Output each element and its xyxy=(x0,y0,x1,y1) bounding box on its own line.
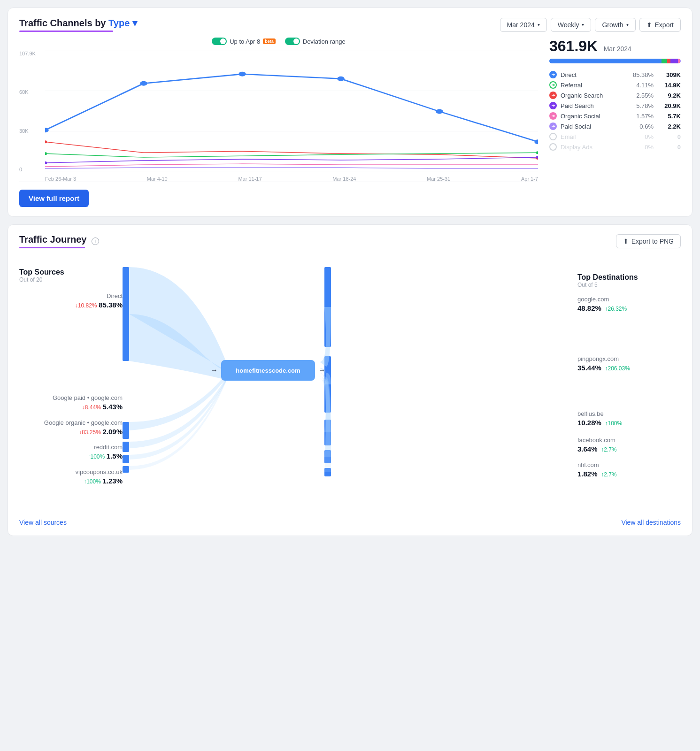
metric-chevron-icon: ▾ xyxy=(626,22,629,27)
svg-text:→: → xyxy=(210,366,218,374)
traffic-channels-card: Traffic Channels by Type ▾ Mar 2024 ▾ We… xyxy=(8,8,692,217)
chart-area: 107.9K 60K 30K 0 xyxy=(19,51,538,182)
svg-rect-13 xyxy=(123,422,129,439)
info-icon[interactable]: i xyxy=(92,238,99,245)
source-item-google-organic: Google organic • google.com ↓83.25% 2.09… xyxy=(19,419,123,437)
card-title: Traffic Channels by Type ▾ xyxy=(19,17,137,29)
metric-picker[interactable]: Growth ▾ xyxy=(595,18,635,32)
line-chart-svg xyxy=(45,51,538,172)
chart-left-panel: Up to Apr 8 beta Deviation range 107.9K … xyxy=(19,38,538,207)
total-period: Mar 2024 xyxy=(604,45,631,53)
referral-icon xyxy=(549,81,557,89)
sankey-area: homefitnesscode.com → → xyxy=(123,258,577,502)
sources-column: Top Sources Out of 20 Direct ↓10.82% 85.… xyxy=(19,268,123,491)
legend-upto: Up to Apr 8 beta xyxy=(212,38,276,45)
title-block: Traffic Channels by Type ▾ xyxy=(19,17,137,32)
source-item-direct: Direct ↓10.82% 85.38% xyxy=(19,292,123,310)
paid-social-icon xyxy=(549,123,557,130)
svg-point-9 xyxy=(536,151,538,154)
destinations-title: Top Destinations xyxy=(577,273,681,282)
channel-row-email: Email 0% 0 xyxy=(549,133,681,140)
journey-title-underline xyxy=(19,247,85,248)
source-item-vipcoupons: vipcoupons.co.uk ↑100% 1.23% xyxy=(19,468,123,486)
dest-item-belfius: belfius.be 10.28% ↑100% xyxy=(577,410,681,428)
channel-row-organic-search: Organic Search 2.55% 9.2K xyxy=(549,92,681,99)
chart-y-labels: 107.9K 60K 30K 0 xyxy=(19,51,45,172)
dest-item-nhl: nhl.com 1.82% ↑2.7% xyxy=(577,461,681,479)
svg-point-2 xyxy=(238,72,246,77)
svg-point-1 xyxy=(140,81,147,86)
svg-point-4 xyxy=(436,109,443,114)
destinations-column: Top Destinations Out of 5 google.com 48.… xyxy=(577,273,681,486)
view-full-report-button[interactable]: View full report xyxy=(19,190,89,207)
destinations-subtitle: Out of 5 xyxy=(577,282,681,288)
svg-rect-14 xyxy=(123,442,129,452)
color-bar xyxy=(549,59,681,63)
interval-chevron-icon: ▾ xyxy=(582,22,584,27)
svg-point-10 xyxy=(45,161,47,164)
title-underline xyxy=(19,31,113,32)
organic-social-icon xyxy=(549,112,557,120)
card-header: Traffic Channels by Type ▾ Mar 2024 ▾ We… xyxy=(19,17,681,32)
svg-rect-12 xyxy=(123,267,129,361)
channel-list: Direct 85.38% 309K Referral 4.11% 14.9K xyxy=(549,71,681,151)
chart-section: Up to Apr 8 beta Deviation range 107.9K … xyxy=(19,38,681,207)
traffic-journey-card: Traffic Journey i ⬆ Export to PNG Top So… xyxy=(8,224,692,536)
channel-row-display-ads: Display Ads 0% 0 xyxy=(549,143,681,151)
chart-x-labels: Feb 26-Mar 3 Mar 4-10 Mar 11-17 Mar 18-2… xyxy=(45,176,538,182)
source-item-reddit: reddit.com ↑100% 1.5% xyxy=(19,444,123,461)
svg-point-8 xyxy=(45,152,47,155)
date-chevron-icon: ▾ xyxy=(538,22,540,27)
organic-search-icon xyxy=(549,92,557,99)
sources-title: Top Sources xyxy=(19,268,123,276)
journey-footer: View all sources View all destinations xyxy=(19,507,681,526)
channel-row-paid-search: Paid Search 5.78% 20.9K xyxy=(549,102,681,109)
display-ads-icon xyxy=(549,143,557,151)
export-icon: ⬆ xyxy=(646,21,652,29)
dest-item-facebook: facebook.com 3.64% ↑2.7% xyxy=(577,437,681,454)
channel-row-paid-social: Paid Social 0.6% 2.2K xyxy=(549,123,681,130)
channel-row-organic-social: Organic Social 1.57% 5.7K xyxy=(549,112,681,120)
date-picker[interactable]: Mar 2024 ▾ xyxy=(500,18,547,32)
svg-rect-16 xyxy=(123,466,129,473)
svg-point-3 xyxy=(337,77,344,81)
view-all-sources-button[interactable]: View all sources xyxy=(19,519,67,526)
journey-header: Traffic Journey i ⬆ Export to PNG xyxy=(19,234,681,248)
total-value: 361.9K xyxy=(549,38,598,54)
channel-row-referral: Referral 4.11% 14.9K xyxy=(549,81,681,89)
export-png-icon: ⬆ xyxy=(623,238,629,245)
dest-item-google: google.com 48.82% ↑26.32% xyxy=(577,296,681,313)
paid-search-icon xyxy=(549,102,557,109)
svg-point-6 xyxy=(45,140,47,143)
svg-point-5 xyxy=(534,139,538,144)
legend-deviation: Deviation range xyxy=(285,38,346,45)
channel-row-direct: Direct 85.38% 309K xyxy=(549,71,681,78)
total-row: 361.9K Mar 2024 xyxy=(549,38,681,55)
interval-picker[interactable]: Weekly ▾ xyxy=(551,18,592,32)
direct-icon xyxy=(549,71,557,78)
view-all-destinations-button[interactable]: View all destinations xyxy=(621,519,681,526)
journey-title: Traffic Journey xyxy=(19,234,86,245)
toggle-deviation[interactable] xyxy=(285,38,300,45)
journey-title-block: Traffic Journey i xyxy=(19,234,99,248)
export-button[interactable]: ⬆ Export xyxy=(639,18,681,32)
chart-legend: Up to Apr 8 beta Deviation range xyxy=(19,38,538,45)
chart-right-panel: 361.9K Mar 2024 Direct 85.38% 309K xyxy=(549,38,681,207)
source-item-google-paid: Google paid • google.com ↓8.44% 5.43% xyxy=(19,394,123,412)
dest-item-pingpongx: pingpongx.com 35.44% ↑206.03% xyxy=(577,355,681,373)
email-icon xyxy=(549,133,557,140)
controls-row: Mar 2024 ▾ Weekly ▾ Growth ▾ ⬆ Export xyxy=(500,18,681,32)
svg-rect-15 xyxy=(123,455,129,463)
type-chevron-icon[interactable]: ▾ xyxy=(132,18,137,28)
sankey-svg: homefitnesscode.com → → xyxy=(123,258,577,502)
toggle-upto[interactable] xyxy=(212,38,227,45)
export-png-button[interactable]: ⬆ Export to PNG xyxy=(616,234,681,248)
journey-content: Top Sources Out of 20 Direct ↓10.82% 85.… xyxy=(19,258,681,502)
sources-subtitle: Out of 20 xyxy=(19,276,123,283)
svg-text:homefitnesscode.com: homefitnesscode.com xyxy=(236,367,300,374)
